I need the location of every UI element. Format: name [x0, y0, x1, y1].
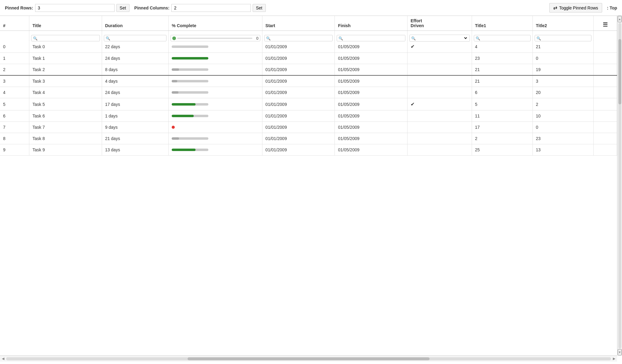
bottom-scrollbar[interactable]: ◀ ▶: [0, 355, 617, 362]
pinned-rows-body: 0 Task 0 22 days 01/01/2009 01/05/2009 ✔…: [0, 41, 617, 76]
filter-title1-input[interactable]: [481, 36, 500, 41]
cell-finish: 01/05/2009: [335, 98, 408, 110]
progress-bar: [172, 149, 208, 151]
column-menu-icon[interactable]: ☰: [603, 22, 608, 28]
col-header-title: Title: [29, 16, 102, 31]
cell-duration: 24 days: [102, 87, 168, 98]
cell-finish: 01/05/2009: [335, 144, 408, 156]
cell-duration: 1 days: [102, 110, 168, 122]
cell-num: 7: [0, 122, 29, 133]
cell-title2: 2: [533, 98, 594, 110]
vertical-scroll-track[interactable]: [618, 23, 621, 348]
cell-start: 01/01/2009: [262, 144, 335, 156]
red-dot: [172, 126, 175, 129]
col-header-menu[interactable]: ☰: [594, 16, 617, 31]
cell-duration: 4 days: [102, 75, 168, 87]
cell-title1: 5: [472, 98, 532, 110]
cell-effort: [408, 122, 472, 133]
progress-bar: [172, 45, 208, 48]
cell-pct: [169, 133, 262, 144]
filter-num: [0, 33, 29, 43]
cell-title: Task 9: [29, 144, 102, 156]
slider-dot: [172, 36, 176, 40]
cell-start: 01/01/2009: [262, 64, 335, 76]
set-cols-button[interactable]: Set: [253, 4, 266, 12]
filter-menu-placeholder: [594, 33, 617, 43]
cell-title: Task 5: [29, 98, 102, 110]
cell-num: 6: [0, 110, 29, 122]
filter-effort-select[interactable]: Yes No: [417, 36, 468, 41]
search-icon-title: 🔍: [33, 36, 38, 40]
filter-title2-input[interactable]: [542, 36, 561, 41]
main-rows-body: 3 Task 3 4 days 01/01/2009 01/05/2009 21…: [0, 75, 617, 156]
progress-bar: [172, 115, 208, 117]
col-header-start: Start: [262, 16, 335, 31]
filter-pct: 0: [169, 33, 262, 43]
toolbar: Pinned Rows: Set Pinned Columns: Set ⇄ T…: [0, 0, 622, 16]
cell-title1: 11: [472, 110, 532, 122]
cell-title1: 17: [472, 122, 532, 133]
cell-pct: [169, 98, 262, 110]
pinned-rows-input[interactable]: [35, 4, 115, 12]
progress-fill: [172, 115, 194, 117]
scroll-left-button[interactable]: ◀: [0, 357, 6, 361]
cell-duration: 17 days: [102, 98, 168, 110]
checkmark-icon: ✔: [411, 44, 415, 49]
search-icon-title2: 🔍: [536, 36, 541, 40]
cell-start: 01/01/2009: [262, 98, 335, 110]
search-icon-title1: 🔍: [476, 36, 480, 40]
cell-title: Task 3: [29, 75, 102, 87]
search-icon-finish: 🔍: [338, 36, 343, 40]
cell-duration: 9 days: [102, 122, 168, 133]
cell-pct: [169, 53, 262, 64]
filter-start-input[interactable]: [272, 36, 296, 41]
cell-finish: 01/05/2009: [335, 110, 408, 122]
col-header-effort: EffortDriven: [408, 16, 472, 31]
progress-bar: [172, 103, 208, 106]
checkmark-icon: ✔: [411, 102, 415, 107]
cell-num: 8: [0, 133, 29, 144]
slider-track[interactable]: [177, 38, 252, 39]
cell-pct: [169, 87, 262, 98]
cell-num: 1: [0, 53, 29, 64]
cell-finish: 01/05/2009: [335, 53, 408, 64]
col-header-duration: Duration: [102, 16, 168, 31]
right-scrollbar[interactable]: ▲ ▼: [617, 16, 622, 355]
pinned-cols-group: Pinned Columns: Set: [134, 4, 266, 12]
scroll-down-button[interactable]: ▼: [618, 349, 622, 355]
table-row: 5 Task 5 17 days 01/01/2009 01/05/2009 ✔…: [0, 98, 617, 110]
col-header-title1: Title1: [472, 16, 532, 31]
table-row: 1 Task 1 24 days 01/01/2009 01/05/2009 2…: [0, 53, 617, 64]
progress-fill: [172, 149, 196, 151]
table-row: 4 Task 4 24 days 01/01/2009 01/05/2009 6…: [0, 87, 617, 98]
filter-title1: 🔍: [472, 33, 532, 43]
progress-bar: [172, 91, 208, 94]
filter-duration-input[interactable]: [112, 36, 133, 41]
header-row: # Title Duration % Complete Start Finish…: [0, 16, 617, 31]
cell-effort: [408, 133, 472, 144]
scroll-right-button[interactable]: ▶: [611, 357, 617, 361]
set-rows-button[interactable]: Set: [116, 4, 130, 12]
pinned-cols-input[interactable]: [171, 4, 251, 12]
filter-title2: 🔍: [533, 33, 594, 43]
cell-effort: [408, 144, 472, 156]
filter-finish-input[interactable]: [344, 36, 369, 41]
cell-finish: 01/05/2009: [335, 133, 408, 144]
cell-num: 5: [0, 98, 29, 110]
cell-duration: 24 days: [102, 53, 168, 64]
filter-effort: 🔍 Yes No: [408, 33, 472, 43]
toggle-pinned-rows-button[interactable]: ⇄ Toggle Pinned Rows: [549, 3, 602, 13]
table-scroll[interactable]: # Title Duration % Complete Start Finish…: [0, 16, 622, 362]
filter-title-input[interactable]: [39, 36, 63, 41]
horizontal-scroll-track[interactable]: [6, 357, 611, 360]
scroll-up-button[interactable]: ▲: [618, 16, 622, 22]
cell-start: 01/01/2009: [262, 75, 335, 87]
cell-title1: 23: [472, 53, 532, 64]
cell-finish: 01/05/2009: [335, 64, 408, 76]
table-row: 6 Task 6 1 days 01/01/2009 01/05/2009 11…: [0, 110, 617, 122]
cell-start: 01/01/2009: [262, 122, 335, 133]
cell-menu: [594, 75, 617, 87]
cell-title: Task 6: [29, 110, 102, 122]
cell-start: 01/01/2009: [262, 53, 335, 64]
cell-finish: 01/05/2009: [335, 122, 408, 133]
